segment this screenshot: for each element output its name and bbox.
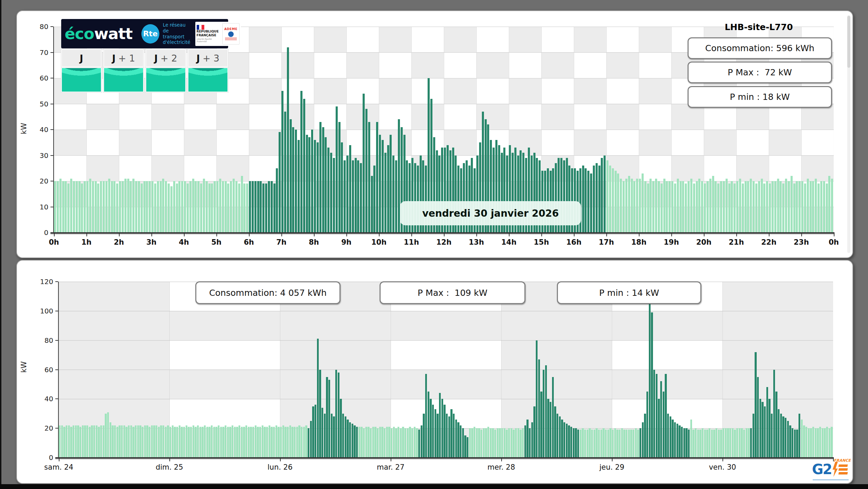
bar (216, 181, 218, 233)
bar (547, 399, 549, 458)
ecowatt-signal-tile-j1[interactable] (103, 67, 144, 92)
bar (631, 179, 633, 233)
bar (435, 409, 436, 458)
y-tick-label: 20 (31, 177, 48, 185)
x-tick-label: 20h (696, 238, 711, 246)
bar (162, 179, 164, 233)
bar (808, 428, 810, 458)
bar (601, 158, 603, 233)
y-tick (50, 78, 53, 78)
bar (750, 179, 752, 233)
bar (259, 427, 261, 458)
bar (723, 181, 725, 233)
rte-tagline: Le réseau de transport d'électricité (163, 22, 190, 46)
bar (82, 425, 84, 458)
bar (748, 428, 749, 458)
bar (644, 181, 646, 233)
bar (603, 428, 604, 458)
bar (701, 181, 703, 233)
bar (266, 427, 268, 458)
g2e-e-icon (839, 464, 848, 474)
x-tick-label: 6h (244, 238, 254, 246)
bar (271, 181, 273, 233)
bar (620, 179, 622, 233)
x-tick (606, 234, 607, 236)
x-tick-label: 10h (371, 238, 386, 246)
bar (692, 430, 694, 458)
bar (663, 392, 664, 458)
bar (615, 171, 617, 233)
bar (280, 427, 282, 458)
ecowatt-signal-tile-j2[interactable] (146, 67, 186, 92)
bar (557, 414, 558, 458)
bar (757, 377, 759, 458)
ecowatt-signal-tile-j3[interactable] (188, 67, 228, 92)
dashboard: écowatt Rte Le réseau de transport d'éle… (0, 0, 868, 489)
bar (499, 428, 501, 458)
bar (219, 179, 221, 233)
bar (308, 428, 309, 458)
bar (360, 163, 362, 233)
ecowatt-signal-tile-j[interactable] (61, 67, 102, 92)
bar (508, 428, 510, 458)
bar (635, 428, 637, 458)
bar (208, 184, 211, 233)
bar (346, 156, 348, 233)
bar (467, 437, 468, 458)
bar (306, 135, 308, 233)
bar (812, 427, 814, 458)
y-tick-label: 120 (36, 278, 53, 286)
scrollbar-thumb[interactable] (847, 16, 850, 68)
panel-scrollbar[interactable] (847, 15, 850, 253)
bar (100, 425, 102, 458)
x-tick-label: 11h (404, 238, 419, 246)
day-button-j-plus-1[interactable]: J+ 1 (103, 49, 144, 67)
bar (384, 428, 385, 458)
bar (314, 140, 316, 233)
bar (540, 392, 542, 458)
bar (322, 127, 324, 233)
bar (580, 430, 581, 458)
bar (720, 181, 722, 233)
bar (276, 168, 278, 233)
bar (709, 179, 711, 233)
day-button-j[interactable]: J (61, 49, 102, 67)
bar (156, 425, 157, 458)
bar (639, 179, 641, 233)
bar (559, 416, 561, 458)
bar (739, 428, 740, 458)
bar (626, 430, 627, 458)
bar (377, 428, 379, 458)
day-button-j-plus-3[interactable]: J+ 3 (188, 49, 228, 67)
bar (86, 181, 88, 233)
bar (188, 427, 189, 458)
bar (755, 184, 757, 233)
bar (200, 184, 202, 233)
bar (358, 427, 360, 458)
bar (75, 425, 77, 458)
date-label: vendredi 30 janvier 2026 (400, 201, 581, 225)
bar (823, 181, 825, 233)
bar (676, 424, 678, 458)
bar (190, 427, 192, 458)
bar (476, 428, 478, 458)
y-tick-label: 50 (31, 100, 48, 108)
bar (612, 430, 614, 458)
bar (669, 181, 671, 233)
day-button-j-plus-2[interactable]: J+ 2 (146, 49, 186, 67)
bar (609, 428, 611, 458)
x-tick-label: 15h (534, 238, 549, 246)
bar (471, 428, 473, 458)
bar (264, 427, 265, 458)
ecowatt-watt-text: watt (94, 25, 132, 43)
bar (119, 425, 120, 458)
y-tick (50, 26, 53, 27)
bar (606, 160, 608, 233)
daily-pmax-stat: P Max : 72 kW (688, 62, 832, 83)
bar (122, 181, 124, 233)
bar (352, 160, 354, 233)
x-tick (411, 234, 412, 236)
bar (361, 427, 362, 458)
bar (100, 181, 102, 233)
bar (402, 427, 404, 458)
